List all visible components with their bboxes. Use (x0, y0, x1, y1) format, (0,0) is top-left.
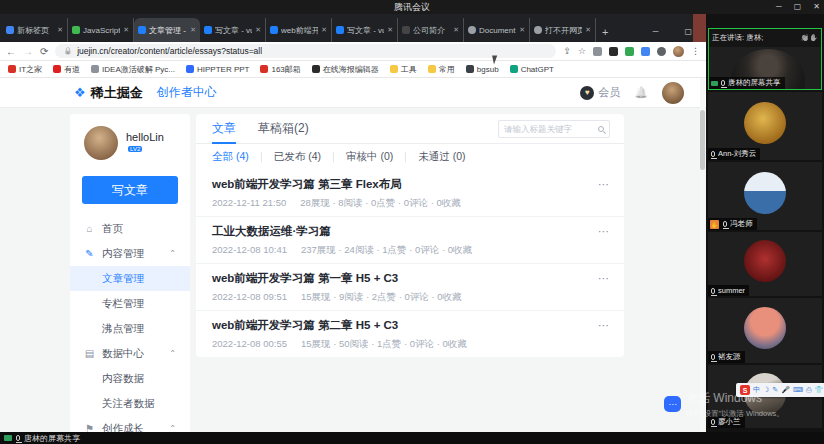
profile-avatar[interactable] (84, 126, 118, 160)
sidebar-item-column-manage[interactable]: 专栏管理 (70, 291, 190, 316)
back-icon[interactable]: ← (6, 46, 16, 57)
bookmark-star-icon[interactable]: ☆ (578, 46, 586, 56)
tab-articles[interactable]: 文章 (212, 114, 236, 144)
close-button[interactable] (693, 14, 706, 42)
creator-center-link[interactable]: 创作者中心 (157, 84, 217, 101)
address-bar[interactable]: 🔒 juejin.cn/creator/content/article/essa… (55, 44, 556, 58)
more-options-icon[interactable]: ⋯ (598, 225, 610, 238)
share-icon[interactable]: ⇪ (563, 46, 571, 56)
new-tab-button[interactable]: + (602, 26, 608, 38)
raise-hand-icon[interactable]: ✋ (809, 34, 818, 42)
ime-mode-icon[interactable]: ☽ (763, 386, 769, 394)
article-row[interactable]: web前端开发学习篇 第一章 H5 + C3 2022-12-08 09:511… (196, 264, 624, 311)
browser-profile-avatar[interactable] (673, 46, 684, 57)
close-icon[interactable]: ✕ (813, 0, 820, 14)
browser-tab[interactable]: 公司简介 ✕ (398, 18, 464, 42)
bookmark-item[interactable]: 163邮箱 (260, 64, 300, 75)
ime-clipboard-icon[interactable]: ⎙ (806, 386, 812, 394)
tab-close-icon[interactable]: ✕ (57, 26, 63, 34)
browser-tab-active[interactable]: 文章管理 - 稀 ✕ (134, 18, 200, 42)
article-row[interactable]: web前端开发学习篇 第二章 H5 + C3 2022-12-08 00:551… (196, 311, 624, 357)
ime-pen-icon[interactable]: ✎ (772, 386, 778, 394)
sidebar-item-follower-data[interactable]: 关注者数据 (70, 391, 190, 416)
article-title[interactable]: web前端开发学习篇 第一章 H5 + C3 (212, 271, 608, 286)
member-button[interactable]: ♥ 会员 (580, 85, 620, 100)
sidebar-item-data-center[interactable]: ▤ 数据中心 ⌃ (70, 341, 190, 366)
bookmark-item[interactable]: IDEA激活破解 Pyc... (91, 64, 175, 75)
participant-tile[interactable]: ✋ 冯老师 (708, 162, 822, 230)
filter-rejected[interactable]: 未通过 (0) (418, 150, 465, 164)
article-search[interactable] (498, 120, 610, 138)
bookmark-item[interactable]: HIPPTER PPT (186, 65, 249, 74)
extensions-puzzle-icon[interactable] (657, 47, 666, 56)
input-method-toolbar[interactable]: S 中 ☽ ✎ 🎤 ⌨ ⎙ 👕 🔧 (736, 383, 824, 397)
more-options-icon[interactable]: ⋯ (598, 178, 610, 191)
user-avatar[interactable] (662, 82, 684, 104)
page-scrollbar[interactable] (700, 78, 705, 444)
more-options-icon[interactable]: ⋯ (598, 319, 610, 332)
bookmark-item[interactable]: ChatGPT (510, 65, 554, 74)
minimize-icon[interactable]: ─ (776, 0, 782, 14)
tab-close-icon[interactable]: ✕ (190, 26, 196, 34)
forward-icon[interactable]: → (23, 46, 33, 57)
article-row[interactable]: web前端开发学习篇 第三章 Flex布局 2022-12-11 21:5028… (196, 170, 624, 217)
tab-close-icon[interactable]: ✕ (321, 26, 327, 34)
sogou-logo-icon[interactable]: S (740, 385, 750, 395)
browser-menu-icon[interactable]: ⋮ (691, 46, 700, 56)
search-input[interactable] (504, 124, 594, 134)
bookmark-item[interactable]: 常用 (428, 64, 455, 75)
bookmark-item[interactable]: IT之家 (8, 64, 42, 75)
bookmark-item[interactable]: 在线海报编辑器 (312, 64, 379, 75)
filter-all[interactable]: 全部 (4) (212, 150, 249, 164)
tab-drafts[interactable]: 草稿箱(2) (258, 114, 309, 144)
maximize-icon[interactable]: ▢ (684, 27, 692, 36)
url-text[interactable]: juejin.cn/creator/content/article/essays… (77, 46, 262, 56)
ime-skin-icon[interactable]: 👕 (815, 386, 824, 394)
participant-tile[interactable]: Ann-刘秀云 (708, 92, 822, 160)
write-article-button[interactable]: 写文章 (82, 176, 178, 204)
filter-reviewing[interactable]: 审核中 (0) (346, 150, 393, 164)
participant-tile[interactable]: summer (708, 232, 822, 296)
article-title[interactable]: 工业大数据运维·学习篇 (212, 224, 608, 239)
bookmark-item[interactable]: bgsub (466, 65, 499, 74)
browser-tab[interactable]: JavaScript教 ✕ (68, 18, 134, 42)
tab-close-icon[interactable]: ✕ (387, 26, 393, 34)
tab-close-icon[interactable]: ✕ (585, 26, 591, 34)
bookmark-item[interactable]: 工具 (390, 64, 417, 75)
maximize-icon[interactable]: ▢ (794, 0, 802, 14)
ime-lang-icon[interactable]: 中 (753, 385, 760, 395)
browser-tab[interactable]: 打不开网页 ✕ (530, 18, 596, 42)
filter-published[interactable]: 已发布 (4) (274, 150, 321, 164)
notification-bell-icon[interactable]: 🔔 (634, 86, 648, 99)
article-title[interactable]: web前端开发学习篇 第三章 Flex布局 (212, 177, 608, 192)
participant-tile[interactable]: 褚友源 (708, 298, 822, 363)
ime-mic-icon[interactable]: 🎤 (781, 386, 790, 394)
sidebar-item-article-manage[interactable]: 文章管理 (70, 266, 190, 291)
participant-tile-share[interactable]: 正在讲话: 唐林; 👏 ✋ 唐林的屏幕共享 (708, 28, 822, 90)
bookmark-item[interactable]: 有道 (53, 64, 80, 75)
search-icon[interactable] (598, 126, 604, 132)
article-row[interactable]: 工业大数据运维·学习篇 2022-12-08 10:41237展现 · 24阅读… (196, 217, 624, 264)
extension-icon[interactable] (609, 47, 618, 56)
clap-icon[interactable]: 👏 (801, 34, 810, 42)
tab-close-icon[interactable]: ✕ (123, 26, 129, 34)
browser-tab[interactable]: Document ✕ (464, 18, 530, 42)
tab-close-icon[interactable]: ✕ (519, 26, 525, 34)
browser-tab[interactable]: web前端开发 ✕ (266, 18, 332, 42)
tab-close-icon[interactable]: ✕ (255, 26, 261, 34)
minimize-icon[interactable]: ─ (653, 27, 659, 36)
tab-close-icon[interactable]: ✕ (453, 26, 459, 34)
refresh-icon[interactable]: ⟳ (40, 46, 48, 57)
juejin-logo[interactable]: ❖ 稀土掘金 (74, 84, 143, 102)
sidebar-item-content-data[interactable]: 内容数据 (70, 366, 190, 391)
extension-icon[interactable] (625, 47, 634, 56)
browser-tab[interactable]: 写文章 - vue ✕ (332, 18, 398, 42)
ime-keyboard-icon[interactable]: ⌨ (793, 386, 803, 394)
sidebar-item-content-manage[interactable]: ✎ 内容管理 ⌃ (70, 241, 190, 266)
scrollbar-thumb[interactable] (700, 110, 705, 170)
feedback-chat-button[interactable]: ⋯ (664, 396, 681, 412)
extension-icon[interactable] (641, 47, 650, 56)
extension-icon[interactable] (593, 47, 602, 56)
sidebar-item-pins-manage[interactable]: 沸点管理 (70, 316, 190, 341)
more-options-icon[interactable]: ⋯ (598, 272, 610, 285)
